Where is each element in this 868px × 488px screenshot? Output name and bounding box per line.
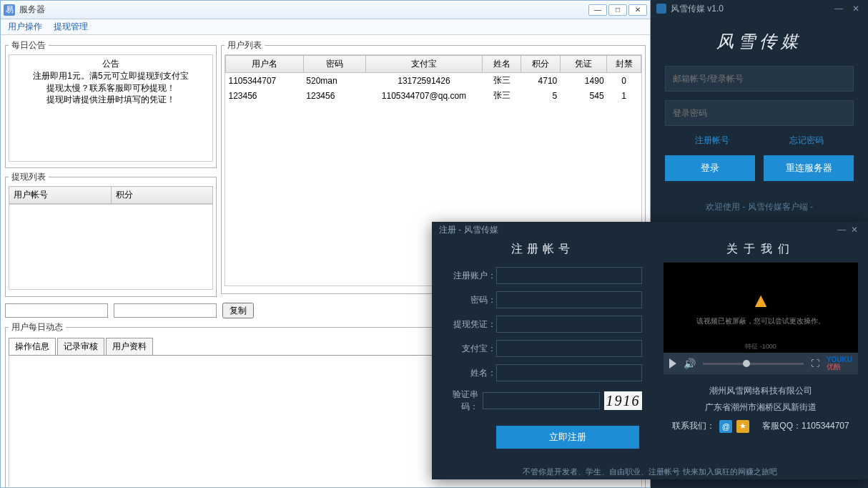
client-app-icon: [656, 4, 666, 14]
notice-line: 注册即用1元。满5元可立即提现到支付宝: [11, 70, 211, 82]
server-titlebar[interactable]: 易 服务器 — □ ✕: [1, 1, 650, 19]
copy-button[interactable]: 复制: [222, 303, 254, 318]
notice-line: 提现时请提供注册时填写的凭证！: [11, 94, 211, 106]
col-points[interactable]: 积分: [521, 56, 560, 73]
user-table[interactable]: 用户名 密码 支付宝 姓名 积分 凭证 封禁 1105344707520man1…: [225, 55, 641, 103]
qq-contact: 客服QQ：1105344707: [762, 420, 849, 432]
col-ban[interactable]: 封禁: [607, 56, 641, 73]
cell-alipay: 1105344707@qq.com: [365, 88, 482, 103]
daily-notice-legend: 每日公告: [9, 39, 49, 52]
daily-notice-group: 每日公告 公告 注册即用1元。满5元可立即提现到支付宝 提现太慢？联系客服即可秒…: [5, 39, 217, 168]
register-alipay-input[interactable]: [496, 340, 642, 357]
label-cert: 提现凭证：: [443, 318, 496, 331]
company-address: 广东省潮州市湘桥区凤新街道: [664, 399, 858, 416]
withdraw-col-points[interactable]: 积分: [111, 187, 213, 204]
register-title: 注册 - 风雪传媒: [439, 224, 498, 236]
register-footer-text: 不管你是开发者、学生、自由职业、注册帐号 快来加入疯狂的网赚之旅吧: [432, 465, 868, 479]
reconnect-button[interactable]: 重连服务器: [764, 155, 854, 181]
cell-user: 123456: [226, 88, 304, 103]
col-name[interactable]: 姓名: [483, 56, 521, 73]
cell-points: 5: [521, 88, 560, 103]
label-account: 注册账户：: [443, 270, 496, 282]
register-name-input[interactable]: [496, 364, 642, 381]
client-close-button[interactable]: ✕: [849, 2, 862, 15]
close-button[interactable]: ✕: [628, 4, 647, 16]
table-row[interactable]: 1234561234561105344707@qq.com张三55451: [226, 88, 641, 103]
login-password-input[interactable]: [665, 100, 854, 126]
register-heading: 注册帐号: [443, 242, 642, 257]
register-account-input[interactable]: [496, 267, 642, 284]
video-controls: 🔊 ⛶ YOUKU优酷: [664, 353, 858, 374]
table-row[interactable]: 1105344707520man13172591426张三471014900: [226, 73, 641, 89]
forgot-password-link[interactable]: 忘记密码: [789, 135, 824, 147]
login-user-input[interactable]: [665, 66, 854, 92]
minimize-button[interactable]: —: [588, 4, 607, 16]
register-cert-input[interactable]: [496, 316, 642, 333]
register-password-input[interactable]: [496, 291, 642, 308]
withdraw-table-body[interactable]: [9, 204, 213, 290]
register-captcha-input[interactable]: [483, 392, 600, 409]
volume-slider[interactable]: [703, 363, 804, 365]
notice-title: 公告: [11, 58, 211, 70]
cell-ban: 1: [607, 88, 641, 103]
star-icon[interactable]: ★: [736, 420, 749, 433]
register-submit-button[interactable]: 立即注册: [496, 426, 639, 449]
register-link[interactable]: 注册帐号: [695, 135, 729, 147]
col-cert[interactable]: 凭证: [560, 56, 606, 73]
label-password: 密码：: [443, 294, 496, 306]
cell-pwd: 123456: [303, 88, 365, 103]
col-alipay[interactable]: 支付宝: [365, 56, 482, 73]
volume-icon[interactable]: 🔊: [684, 358, 696, 369]
notice-textarea[interactable]: 公告 注册即用1元。满5元可立即提现到支付宝 提现太慢？联系客服即可秒提现！ 提…: [9, 54, 213, 162]
tab-op-info[interactable]: 操作信息: [9, 338, 56, 355]
cell-name: 张三: [483, 88, 521, 103]
copy-input-2[interactable]: [114, 303, 217, 318]
user-list-legend: 用户列表: [225, 39, 265, 52]
company-name: 潮州风雪网络科技有限公司: [664, 383, 858, 399]
withdraw-legend: 提现列表: [9, 171, 49, 183]
label-captcha: 验证串码：: [443, 389, 478, 413]
menu-withdraw-mgmt[interactable]: 提现管理: [54, 21, 88, 33]
cell-ban: 0: [607, 73, 641, 89]
withdraw-table[interactable]: 用户帐号 积分: [9, 186, 213, 204]
register-titlebar[interactable]: 注册 - 风雪传媒 — ✕: [432, 222, 868, 238]
copy-input-1[interactable]: [5, 303, 108, 318]
col-password[interactable]: 密码: [303, 56, 365, 73]
login-button[interactable]: 登录: [665, 155, 755, 181]
about-heading: 关于我们: [664, 242, 858, 257]
client-minimize-button[interactable]: —: [832, 2, 845, 15]
video-time: 特征 -1000: [745, 342, 776, 351]
register-minimize-button[interactable]: —: [835, 225, 848, 235]
client-titlebar[interactable]: 风雪传媒 v1.0 — ✕: [651, 0, 868, 17]
notice-line: 提现太慢？联系客服即可秒提现！: [11, 82, 211, 94]
tab-user-profile[interactable]: 用户资料: [106, 338, 153, 355]
app-icon: 易: [4, 4, 15, 16]
col-username[interactable]: 用户名: [226, 56, 304, 73]
fullscreen-icon[interactable]: ⛶: [811, 358, 819, 369]
youku-logo: YOUKU优酷: [827, 356, 852, 371]
warning-icon: ▲: [751, 289, 771, 312]
withdraw-list-group: 提现列表 用户帐号 积分: [5, 171, 217, 297]
play-icon[interactable]: [669, 358, 676, 369]
withdraw-col-user[interactable]: 用户帐号: [9, 187, 112, 204]
server-title: 服务器: [19, 4, 45, 16]
maximize-button[interactable]: □: [608, 4, 627, 16]
tab-record-review[interactable]: 记录审核: [57, 338, 104, 355]
client-welcome-text: 欢迎使用 - 风雪传媒客户端 -: [665, 201, 854, 213]
register-form-panel: 注册帐号 注册账户： 密码： 提现凭证： 支付宝： 姓名： 验证串码： 1916…: [432, 238, 654, 465]
client-title: 风雪传媒 v1.0: [671, 3, 724, 15]
cell-user: 1105344707: [226, 73, 304, 89]
video-error-text: 该视频已被屏蔽，您可以尝试更改操作。: [696, 316, 825, 326]
captcha-image[interactable]: 1916: [604, 391, 642, 410]
menu-user-ops[interactable]: 用户操作: [8, 21, 42, 33]
server-menubar: 用户操作 提现管理: [1, 19, 650, 35]
cell-alipay: 13172591426: [365, 73, 482, 89]
register-close-button[interactable]: ✕: [848, 225, 861, 235]
register-window: 注册 - 风雪传媒 — ✕ 注册帐号 注册账户： 密码： 提现凭证： 支付宝： …: [432, 222, 868, 479]
activity-legend: 用户每日动态: [9, 321, 66, 333]
cell-pwd: 520man: [303, 73, 365, 89]
weibo-icon[interactable]: @: [719, 420, 732, 433]
label-alipay: 支付宝：: [443, 343, 496, 355]
about-panel: 关于我们 ▲ 该视频已被屏蔽，您可以尝试更改操作。 特征 -1000 🔊 ⛶ Y…: [654, 238, 868, 465]
video-player[interactable]: ▲ 该视频已被屏蔽，您可以尝试更改操作。 特征 -1000: [664, 263, 858, 353]
